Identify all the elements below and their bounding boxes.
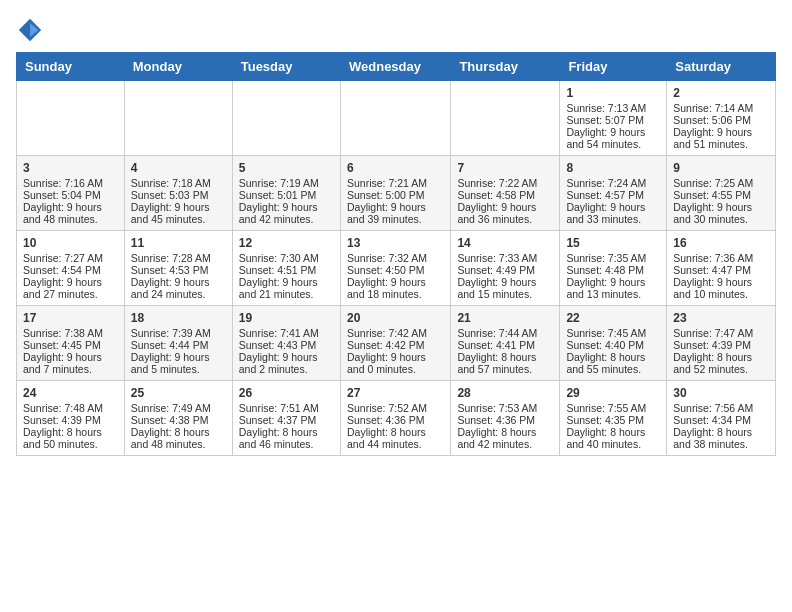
day-info: Sunset: 5:00 PM xyxy=(347,189,425,201)
day-info: Daylight: 8 hours xyxy=(566,351,645,363)
day-info: Sunrise: 7:49 AM xyxy=(131,402,211,414)
day-info: Sunrise: 7:47 AM xyxy=(673,327,753,339)
day-info: and 18 minutes. xyxy=(347,288,422,300)
day-number: 19 xyxy=(239,311,334,325)
calendar-cell: 3Sunrise: 7:16 AMSunset: 5:04 PMDaylight… xyxy=(17,156,125,231)
day-number: 26 xyxy=(239,386,334,400)
day-info: Daylight: 9 hours xyxy=(131,351,210,363)
day-info: and 48 minutes. xyxy=(131,438,206,450)
day-number: 17 xyxy=(23,311,118,325)
day-number: 16 xyxy=(673,236,769,250)
day-info: and 46 minutes. xyxy=(239,438,314,450)
calendar-cell: 26Sunrise: 7:51 AMSunset: 4:37 PMDayligh… xyxy=(232,381,340,456)
day-info: and 52 minutes. xyxy=(673,363,748,375)
calendar-cell xyxy=(340,81,450,156)
day-info: Daylight: 8 hours xyxy=(239,426,318,438)
day-info: Daylight: 9 hours xyxy=(566,276,645,288)
calendar-cell: 17Sunrise: 7:38 AMSunset: 4:45 PMDayligh… xyxy=(17,306,125,381)
calendar-cell: 25Sunrise: 7:49 AMSunset: 4:38 PMDayligh… xyxy=(124,381,232,456)
day-info: Sunrise: 7:44 AM xyxy=(457,327,537,339)
day-info: Sunrise: 7:36 AM xyxy=(673,252,753,264)
logo-icon xyxy=(16,16,44,44)
day-info: Sunset: 4:58 PM xyxy=(457,189,535,201)
day-info: Sunset: 4:43 PM xyxy=(239,339,317,351)
day-number: 22 xyxy=(566,311,660,325)
day-number: 21 xyxy=(457,311,553,325)
day-number: 13 xyxy=(347,236,444,250)
day-number: 15 xyxy=(566,236,660,250)
day-info: and 2 minutes. xyxy=(239,363,308,375)
day-info: and 39 minutes. xyxy=(347,213,422,225)
day-info: Sunset: 4:47 PM xyxy=(673,264,751,276)
day-info: Sunset: 4:49 PM xyxy=(457,264,535,276)
day-info: Daylight: 9 hours xyxy=(347,201,426,213)
day-info: Sunset: 4:50 PM xyxy=(347,264,425,276)
day-info: Sunset: 4:39 PM xyxy=(23,414,101,426)
calendar-day-header: Friday xyxy=(560,53,667,81)
day-info: and 54 minutes. xyxy=(566,138,641,150)
day-info: Sunrise: 7:18 AM xyxy=(131,177,211,189)
day-info: and 27 minutes. xyxy=(23,288,98,300)
calendar-cell: 22Sunrise: 7:45 AMSunset: 4:40 PMDayligh… xyxy=(560,306,667,381)
day-info: Daylight: 9 hours xyxy=(23,201,102,213)
day-info: and 48 minutes. xyxy=(23,213,98,225)
day-info: Sunset: 4:42 PM xyxy=(347,339,425,351)
calendar-cell: 20Sunrise: 7:42 AMSunset: 4:42 PMDayligh… xyxy=(340,306,450,381)
calendar-cell: 5Sunrise: 7:19 AMSunset: 5:01 PMDaylight… xyxy=(232,156,340,231)
day-info: and 40 minutes. xyxy=(566,438,641,450)
day-info: Daylight: 9 hours xyxy=(131,276,210,288)
calendar-cell: 29Sunrise: 7:55 AMSunset: 4:35 PMDayligh… xyxy=(560,381,667,456)
day-info: Sunset: 4:48 PM xyxy=(566,264,644,276)
day-info: Sunrise: 7:13 AM xyxy=(566,102,646,114)
day-info: Sunrise: 7:22 AM xyxy=(457,177,537,189)
day-info: Daylight: 9 hours xyxy=(457,276,536,288)
day-info: Sunrise: 7:55 AM xyxy=(566,402,646,414)
calendar-day-header: Thursday xyxy=(451,53,560,81)
day-info: Sunrise: 7:38 AM xyxy=(23,327,103,339)
day-number: 12 xyxy=(239,236,334,250)
day-info: Sunset: 5:01 PM xyxy=(239,189,317,201)
calendar-week-row: 1Sunrise: 7:13 AMSunset: 5:07 PMDaylight… xyxy=(17,81,776,156)
day-info: Sunrise: 7:45 AM xyxy=(566,327,646,339)
calendar-day-header: Wednesday xyxy=(340,53,450,81)
calendar-header-row: SundayMondayTuesdayWednesdayThursdayFrid… xyxy=(17,53,776,81)
day-info: Daylight: 9 hours xyxy=(673,276,752,288)
day-info: Sunrise: 7:21 AM xyxy=(347,177,427,189)
day-number: 30 xyxy=(673,386,769,400)
calendar-cell: 23Sunrise: 7:47 AMSunset: 4:39 PMDayligh… xyxy=(667,306,776,381)
day-info: Sunrise: 7:19 AM xyxy=(239,177,319,189)
calendar-cell: 9Sunrise: 7:25 AMSunset: 4:55 PMDaylight… xyxy=(667,156,776,231)
calendar-day-header: Saturday xyxy=(667,53,776,81)
calendar-cell: 16Sunrise: 7:36 AMSunset: 4:47 PMDayligh… xyxy=(667,231,776,306)
day-info: Daylight: 8 hours xyxy=(566,426,645,438)
day-info: Sunrise: 7:42 AM xyxy=(347,327,427,339)
day-info: Daylight: 9 hours xyxy=(673,126,752,138)
calendar-day-header: Sunday xyxy=(17,53,125,81)
day-info: Sunrise: 7:27 AM xyxy=(23,252,103,264)
calendar-cell: 24Sunrise: 7:48 AMSunset: 4:39 PMDayligh… xyxy=(17,381,125,456)
day-info: Sunrise: 7:52 AM xyxy=(347,402,427,414)
day-number: 28 xyxy=(457,386,553,400)
day-info: Sunset: 4:36 PM xyxy=(347,414,425,426)
day-info: Sunrise: 7:14 AM xyxy=(673,102,753,114)
day-info: and 5 minutes. xyxy=(131,363,200,375)
day-info: Daylight: 9 hours xyxy=(239,351,318,363)
day-number: 27 xyxy=(347,386,444,400)
day-number: 20 xyxy=(347,311,444,325)
calendar-cell: 21Sunrise: 7:44 AMSunset: 4:41 PMDayligh… xyxy=(451,306,560,381)
day-info: and 36 minutes. xyxy=(457,213,532,225)
calendar-cell xyxy=(124,81,232,156)
day-info: and 45 minutes. xyxy=(131,213,206,225)
page-header xyxy=(16,16,776,44)
day-info: and 42 minutes. xyxy=(457,438,532,450)
day-info: Daylight: 8 hours xyxy=(347,426,426,438)
calendar-cell: 27Sunrise: 7:52 AMSunset: 4:36 PMDayligh… xyxy=(340,381,450,456)
calendar-day-header: Monday xyxy=(124,53,232,81)
day-info: Sunset: 4:38 PM xyxy=(131,414,209,426)
day-info: Sunrise: 7:56 AM xyxy=(673,402,753,414)
day-info: Daylight: 9 hours xyxy=(457,201,536,213)
calendar-cell xyxy=(451,81,560,156)
calendar-cell: 12Sunrise: 7:30 AMSunset: 4:51 PMDayligh… xyxy=(232,231,340,306)
calendar-table: SundayMondayTuesdayWednesdayThursdayFrid… xyxy=(16,52,776,456)
day-info: Sunrise: 7:48 AM xyxy=(23,402,103,414)
